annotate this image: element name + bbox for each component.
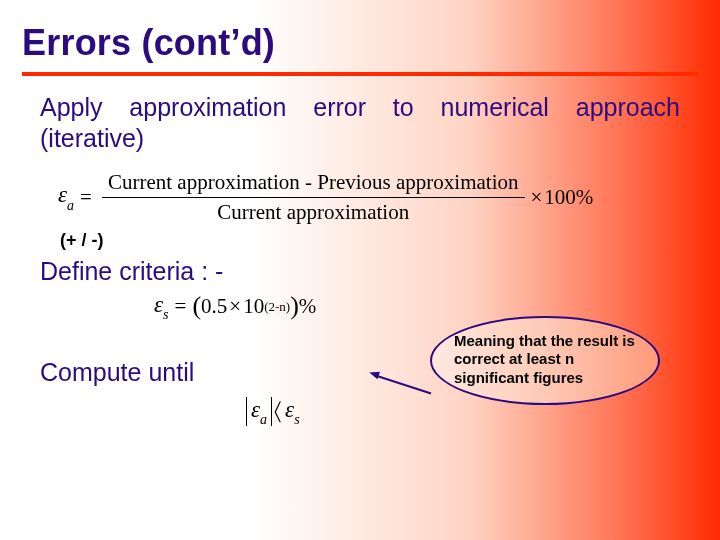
define-row: Define criteria : - [0,257,720,286]
eq2-close-paren: ) [290,291,299,321]
eq1-tail: 100% [544,185,593,210]
eq3-es: εs [285,397,300,427]
eq1-denominator: Current approximation [211,199,415,226]
equation-epsilon-s: εs = ( 0.5 × 10 (2-n) ) % [154,292,720,322]
eq1-times: × [531,185,543,210]
eq1-lhs: εa [58,182,74,212]
eq2-tail: % [299,294,317,319]
eq2-open-paren: ( [192,291,201,321]
plus-minus-note: (+ / -) [60,230,680,251]
eq1-fraction-bar [102,197,525,198]
eq1-fraction: Current approximation - Previous approxi… [102,169,525,226]
equation-epsilon-a: εa = Current approximation - Previous ap… [58,169,680,239]
callout-bubble: Meaning that the result is correct at le… [430,316,660,405]
intro-text: Apply approximation error to numerical a… [0,76,720,155]
eq3-abs-ea: εa [246,397,272,426]
eq2-equals: = [175,294,187,319]
eq2-lhs: εs [154,292,169,322]
page-title: Errors (cont’d) [22,22,720,64]
eq2-times: × [229,294,241,319]
define-label: Define criteria : - [0,257,223,286]
equation-stop-criterion: εa 〈 εs [246,397,720,427]
eq3-angle-bracket: 〈 [274,398,281,424]
eq1-numerator: Current approximation - Previous approxi… [102,169,525,196]
eq1-equals: = [80,185,92,210]
title-block: Errors (cont’d) [0,0,720,64]
callout-text: Meaning that the result is correct at le… [454,332,635,386]
eq1-row: εa = Current approximation - Previous ap… [58,169,680,226]
eq2-exponent: (2-n) [264,299,290,315]
eq2-coeff: 0.5 [201,294,227,319]
eq2-base: 10 [243,294,264,319]
